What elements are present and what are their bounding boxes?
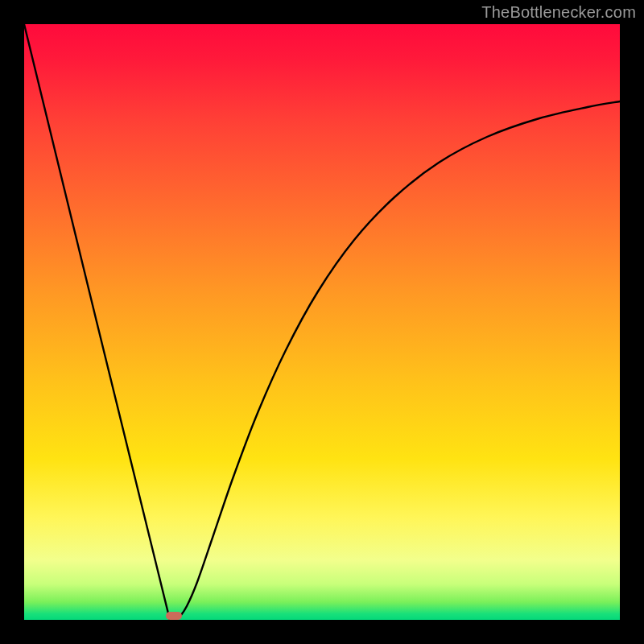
watermark-text: TheBottlenecker.com: [481, 3, 636, 22]
chart-frame: TheBottlenecker.com: [0, 0, 644, 644]
vertex-marker: [166, 612, 182, 620]
chart-plot-area: [24, 24, 620, 620]
chart-curve: [24, 24, 620, 620]
